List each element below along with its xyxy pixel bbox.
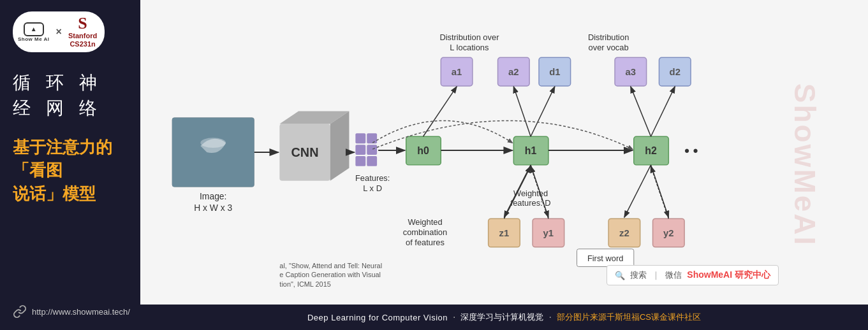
svg-text:d2: d2 — [670, 67, 680, 77]
footer-suffix: 部分图片来源千斯坦福CS课金课件社区 — [557, 312, 701, 323]
svg-rect-6 — [367, 133, 377, 143]
svg-line-33 — [631, 87, 651, 136]
svg-line-32 — [531, 87, 555, 136]
sub-title: 基于注意力的「看图说话」模型 — [13, 136, 128, 205]
svg-text:• •: • • — [684, 143, 698, 159]
main-title: 循 环 神 经 网 络 — [13, 70, 128, 120]
stanford-s-letter: S — [78, 15, 87, 32]
svg-text:combination: combination — [403, 227, 447, 237]
svg-text:a2: a2 — [508, 67, 519, 77]
diagram-svg: Image: H x W x 3 CNN Features: L x D — [153, 13, 849, 298]
svg-text:al, "Show, Attend and Tell: Ne: al, "Show, Attend and Tell: Neural — [279, 262, 382, 269]
wechat-label: 微信 — [665, 269, 682, 281]
left-panel: Show Me Al × S StanfordCS231n 循 环 神 经 网 … — [0, 0, 140, 330]
footer-bar: Deep Learning for Computer Vision · 深度学习… — [140, 305, 868, 330]
svg-line-30 — [423, 87, 457, 136]
svg-text:L locations: L locations — [450, 43, 489, 52]
showmeai-icon — [24, 22, 44, 36]
logo-area: Show Me Al × S StanfordCS231n — [13, 11, 105, 52]
svg-text:d1: d1 — [549, 67, 560, 77]
footer-cn: 深度学习与计算机视觉 — [460, 312, 543, 323]
search-overlay[interactable]: 🔍 搜索 ｜ 微信 ShowMeAI 研究中心 — [607, 265, 779, 285]
svg-text:First word: First word — [587, 254, 624, 263]
svg-text:h1: h1 — [525, 145, 537, 156]
pipe-divider: ｜ — [652, 269, 660, 281]
svg-text:e Caption Generation with Visu: e Caption Generation with Visual — [279, 271, 381, 278]
svg-text:Distribution over: Distribution over — [439, 32, 499, 42]
times-icon: × — [56, 26, 62, 38]
image-size-label: H x W x 3 — [194, 203, 232, 213]
svg-line-34 — [651, 87, 675, 136]
svg-text:y2: y2 — [663, 228, 674, 238]
link-icon — [13, 305, 27, 319]
diagram-area: Image: H x W x 3 CNN Features: L x D — [140, 0, 868, 305]
svg-text:Features:: Features: — [355, 173, 390, 183]
stanford-name: StanfordCS231n — [68, 32, 97, 48]
footer-en: Deep Learning for Computer Vision — [307, 313, 448, 322]
svg-rect-9 — [355, 156, 365, 166]
svg-rect-10 — [367, 156, 377, 166]
showmeai-logo: Show Me Al — [18, 22, 50, 42]
svg-line-31 — [513, 87, 531, 136]
svg-text:z1: z1 — [499, 228, 510, 238]
svg-text:a3: a3 — [626, 67, 636, 77]
stanford-logo: S StanfordCS231n — [68, 15, 97, 48]
website-link[interactable]: http://www.showmeai.tech/ — [13, 305, 130, 319]
svg-text:L x D: L x D — [363, 183, 382, 193]
footer-dot2: · — [548, 312, 551, 323]
svg-text:y1: y1 — [543, 228, 554, 238]
search-icon: 🔍 — [615, 271, 625, 280]
svg-text:Weighted: Weighted — [408, 217, 442, 227]
right-panel: Image: H x W x 3 CNN Features: L x D — [140, 0, 868, 330]
svg-text:of features: of features — [406, 238, 445, 247]
svg-text:z2: z2 — [619, 228, 629, 238]
svg-line-43 — [624, 165, 651, 217]
svg-line-51 — [651, 166, 669, 219]
svg-text:h0: h0 — [417, 145, 429, 156]
svg-text:Distribution: Distribution — [588, 32, 629, 42]
search-text: 搜索 — [630, 269, 647, 281]
image-label: Image: — [200, 191, 226, 201]
website-url: http://www.showmeai.tech/ — [32, 307, 130, 317]
svg-rect-8 — [367, 145, 377, 155]
svg-text:h2: h2 — [645, 145, 657, 156]
cnn-label: CNN — [291, 145, 319, 159]
svg-text:a1: a1 — [452, 67, 462, 77]
svg-rect-5 — [355, 133, 365, 143]
svg-text:over vocab: over vocab — [589, 43, 629, 52]
footer-dot1: · — [453, 312, 455, 323]
svg-text:tion", ICML 2015: tion", ICML 2015 — [279, 280, 330, 288]
svg-rect-7 — [355, 145, 365, 155]
showmeai-label: Show Me Al — [18, 36, 50, 42]
brand-label: ShowMeAI 研究中心 — [687, 269, 770, 281]
